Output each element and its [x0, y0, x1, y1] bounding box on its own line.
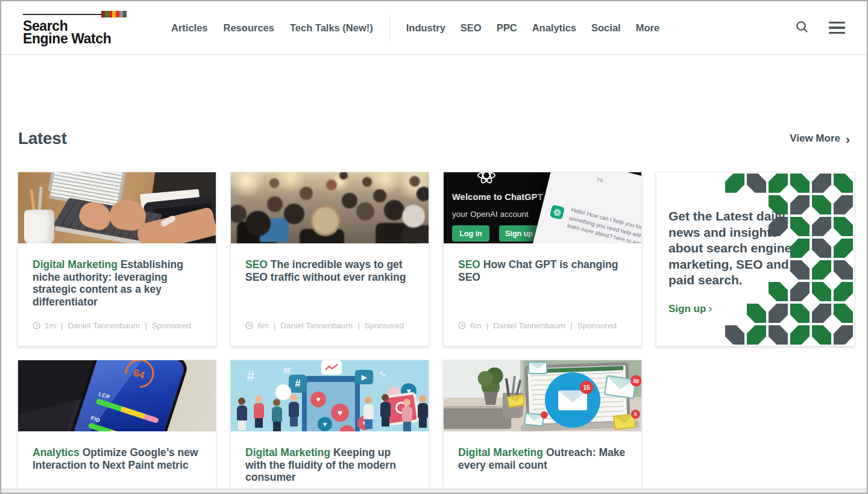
meta-author: Daniel Tannenbaum	[68, 321, 140, 330]
article-title[interactable]: Analytics Optimize Google’s new Interact…	[33, 446, 201, 471]
latest-grid: Digital Marketing Establishing niche aut…	[17, 172, 855, 489]
hashtag-decor: #	[247, 367, 254, 384]
view-more-link[interactable]: View More ›	[790, 133, 850, 145]
article-title[interactable]: Digital Marketing Outreach: Make every e…	[458, 446, 627, 471]
view-more-label: View More	[790, 133, 840, 145]
article-image-crowd[interactable]	[231, 172, 429, 243]
article-image-chatgpt[interactable]: Welcome to ChatGPT your OpenAI account L…	[444, 172, 641, 243]
email-badge-right: 30	[629, 374, 641, 387]
article-image-social[interactable]: # # ≋ ∿ # ▶ ♥ ♥ ♥ ♥ ♥ ♥ ♥	[231, 360, 429, 431]
openai-logo-decor	[475, 172, 498, 187]
article-card[interactable]: 15 30 8 Digital Marketing Outreach: Make…	[443, 360, 642, 489]
article-category[interactable]: Digital Marketing	[245, 446, 330, 458]
article-image-laptop-typing[interactable]	[18, 172, 216, 243]
pattern-cell	[725, 325, 744, 345]
bottom-edge-strip	[1, 488, 867, 493]
article-category[interactable]: SEO	[245, 258, 268, 270]
signup-link[interactable]: Sign up›	[668, 302, 712, 315]
article-title[interactable]: Digital Marketing Keeping up with the fl…	[245, 446, 414, 484]
nav-resources[interactable]: Resources	[224, 22, 274, 34]
article-category[interactable]: Digital Marketing	[458, 446, 543, 458]
score-value: 64	[125, 364, 153, 384]
primary-nav: Articles Resources Tech Talks (New!)	[171, 22, 373, 34]
article-category[interactable]: Analytics	[33, 446, 80, 458]
article-card[interactable]: 64 LCP FID CLS An	[17, 360, 216, 489]
pattern-cell	[834, 217, 853, 236]
nav-analytics[interactable]: Analytics	[532, 22, 576, 34]
chevron-right-icon: ›	[846, 134, 850, 144]
pattern-cell	[834, 239, 853, 258]
person-decor	[234, 398, 249, 430]
meta-sponsored: Sponsored	[365, 321, 404, 330]
newsletter-card[interactable]: Get the Latest daily news and insights a…	[656, 172, 855, 346]
article-meta: 6m | Daniel Tannenbaum | Sponsored	[245, 321, 404, 330]
heart-bubble-decor: ♥	[310, 392, 326, 407]
wifi-decor: ≋	[283, 365, 291, 376]
article-card[interactable]: # # ≋ ∿ # ▶ ♥ ♥ ♥ ♥ ♥ ♥ ♥	[230, 360, 429, 489]
article-title[interactable]: SEO How Chat GPT is changing SEO	[458, 258, 627, 283]
article-meta: 1m | Daniel Tannenbaum | Sponsored	[33, 321, 191, 330]
meta-sponsored: Sponsored	[152, 321, 191, 330]
clock-icon	[245, 322, 253, 330]
pattern-cell	[790, 325, 810, 345]
pattern-cell	[812, 217, 831, 236]
menu-icon[interactable]	[829, 22, 845, 34]
person-decor	[378, 394, 392, 427]
clock-icon	[458, 322, 466, 330]
pen-cup-decor	[24, 210, 54, 243]
section-title: Latest	[18, 129, 67, 148]
nav-more[interactable]: More	[636, 22, 659, 34]
nav-social[interactable]: Social	[591, 22, 621, 34]
meta-sponsored: Sponsored	[577, 321, 617, 330]
article-title[interactable]: SEO The incredible ways to get SEO traff…	[245, 258, 414, 283]
article-card[interactable]: Welcome to ChatGPT your OpenAI account L…	[443, 172, 642, 346]
search-icon[interactable]	[795, 20, 809, 36]
gpt-chip-decor	[550, 204, 565, 219]
site-logo[interactable]: Search Engine Watch	[23, 11, 127, 45]
nav-seo[interactable]: SEO	[461, 22, 482, 34]
heart-bubble-decor: ♥	[331, 404, 349, 422]
zigzag-decor: ∿	[379, 369, 386, 380]
article-card[interactable]: SEO The incredible ways to get SEO traff…	[230, 172, 429, 346]
pattern-cell	[812, 174, 831, 193]
pattern-cell	[834, 260, 853, 280]
envelope-decor	[524, 412, 544, 427]
article-image-email[interactable]: 15 30 8	[444, 360, 641, 431]
article-image-metrics-phone[interactable]: 64 LCP FID CLS	[18, 360, 216, 431]
gpt-login-button: Log in	[452, 225, 489, 242]
pattern-cell	[834, 304, 853, 323]
pattern-cell	[747, 174, 766, 193]
pattern-cell	[834, 195, 853, 214]
pattern-cell	[834, 325, 853, 345]
nav-ppc[interactable]: PPC	[497, 22, 517, 34]
person-decor	[269, 399, 284, 431]
secondary-nav: Industry SEO PPC Analytics Social More	[406, 22, 659, 34]
email-badge-bottom: 8	[631, 409, 640, 419]
gpt-chat-panel-decor: Hi Hello! How can I help you today? Is t…	[521, 172, 641, 243]
article-card[interactable]: Digital Marketing Establishing niche aut…	[17, 172, 216, 346]
envelope-decor: 8	[613, 413, 636, 430]
person-decor	[415, 395, 429, 428]
nav-industry[interactable]: Industry	[406, 22, 445, 34]
meta-time: 1m	[45, 321, 56, 330]
signup-label: Sign up	[668, 303, 706, 314]
gpt-signup-button: Sign up	[499, 225, 539, 242]
article-category[interactable]: Digital Marketing	[33, 258, 118, 270]
article-meta: 6m | Daniel Tannenbaum | Sponsored	[458, 321, 617, 330]
logo-line2: Engine Watch	[23, 33, 127, 45]
article-title[interactable]: Digital Marketing Establishing niche aut…	[33, 258, 201, 308]
person-decor	[286, 394, 301, 427]
pattern-cell	[769, 304, 788, 323]
envelope-decor: 30	[604, 375, 637, 399]
pattern-cell	[834, 282, 853, 301]
hashtag-bubble-decor: #	[289, 375, 307, 393]
site-header: Search Engine Watch Articles Resources T…	[1, 1, 867, 55]
nav-articles[interactable]: Articles	[171, 22, 208, 34]
meta-author: Daniel Tannenbaum	[493, 321, 565, 330]
pattern-cell	[747, 304, 766, 323]
article-category[interactable]: SEO	[458, 258, 480, 270]
logo-color-stripes	[101, 11, 127, 17]
email-circle-decor: 15	[545, 372, 600, 428]
meta-time: 6m	[470, 321, 482, 330]
nav-tech-talks[interactable]: Tech Talks (New!)	[290, 22, 373, 34]
